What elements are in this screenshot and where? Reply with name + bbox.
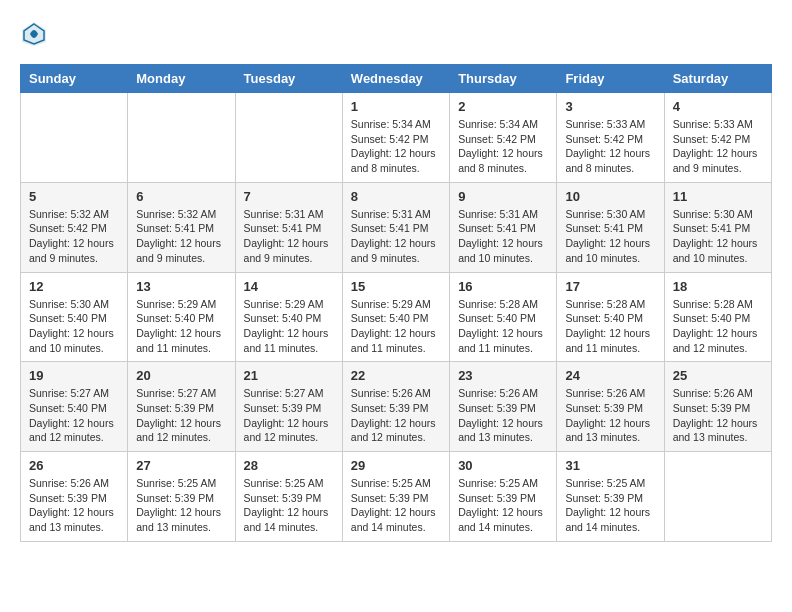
calendar-cell: 3Sunrise: 5:33 AM Sunset: 5:42 PM Daylig… <box>557 93 664 183</box>
calendar-cell: 21Sunrise: 5:27 AM Sunset: 5:39 PM Dayli… <box>235 362 342 452</box>
day-number: 15 <box>351 279 441 294</box>
day-info: Sunrise: 5:26 AM Sunset: 5:39 PM Dayligh… <box>29 476 119 535</box>
calendar-cell: 29Sunrise: 5:25 AM Sunset: 5:39 PM Dayli… <box>342 452 449 542</box>
day-info: Sunrise: 5:25 AM Sunset: 5:39 PM Dayligh… <box>136 476 226 535</box>
weekday-header: Wednesday <box>342 65 449 93</box>
day-number: 1 <box>351 99 441 114</box>
day-number: 8 <box>351 189 441 204</box>
day-info: Sunrise: 5:25 AM Sunset: 5:39 PM Dayligh… <box>244 476 334 535</box>
calendar-cell: 7Sunrise: 5:31 AM Sunset: 5:41 PM Daylig… <box>235 182 342 272</box>
calendar-cell <box>21 93 128 183</box>
calendar-cell <box>235 93 342 183</box>
day-info: Sunrise: 5:26 AM Sunset: 5:39 PM Dayligh… <box>351 386 441 445</box>
day-number: 26 <box>29 458 119 473</box>
calendar-cell: 22Sunrise: 5:26 AM Sunset: 5:39 PM Dayli… <box>342 362 449 452</box>
day-number: 2 <box>458 99 548 114</box>
day-number: 6 <box>136 189 226 204</box>
day-number: 11 <box>673 189 763 204</box>
calendar-cell: 17Sunrise: 5:28 AM Sunset: 5:40 PM Dayli… <box>557 272 664 362</box>
calendar-cell: 11Sunrise: 5:30 AM Sunset: 5:41 PM Dayli… <box>664 182 771 272</box>
day-info: Sunrise: 5:34 AM Sunset: 5:42 PM Dayligh… <box>351 117 441 176</box>
calendar-cell <box>664 452 771 542</box>
day-info: Sunrise: 5:31 AM Sunset: 5:41 PM Dayligh… <box>351 207 441 266</box>
calendar-cell: 6Sunrise: 5:32 AM Sunset: 5:41 PM Daylig… <box>128 182 235 272</box>
day-info: Sunrise: 5:28 AM Sunset: 5:40 PM Dayligh… <box>565 297 655 356</box>
day-number: 27 <box>136 458 226 473</box>
calendar-week-row: 26Sunrise: 5:26 AM Sunset: 5:39 PM Dayli… <box>21 452 772 542</box>
calendar-cell: 25Sunrise: 5:26 AM Sunset: 5:39 PM Dayli… <box>664 362 771 452</box>
calendar-cell: 10Sunrise: 5:30 AM Sunset: 5:41 PM Dayli… <box>557 182 664 272</box>
weekday-header: Monday <box>128 65 235 93</box>
day-info: Sunrise: 5:26 AM Sunset: 5:39 PM Dayligh… <box>673 386 763 445</box>
day-info: Sunrise: 5:28 AM Sunset: 5:40 PM Dayligh… <box>458 297 548 356</box>
day-info: Sunrise: 5:25 AM Sunset: 5:39 PM Dayligh… <box>458 476 548 535</box>
calendar-cell: 24Sunrise: 5:26 AM Sunset: 5:39 PM Dayli… <box>557 362 664 452</box>
day-info: Sunrise: 5:29 AM Sunset: 5:40 PM Dayligh… <box>244 297 334 356</box>
calendar-cell: 9Sunrise: 5:31 AM Sunset: 5:41 PM Daylig… <box>450 182 557 272</box>
calendar-cell: 20Sunrise: 5:27 AM Sunset: 5:39 PM Dayli… <box>128 362 235 452</box>
day-number: 3 <box>565 99 655 114</box>
day-number: 23 <box>458 368 548 383</box>
day-number: 12 <box>29 279 119 294</box>
calendar-cell <box>128 93 235 183</box>
day-number: 10 <box>565 189 655 204</box>
logo <box>20 20 50 48</box>
day-info: Sunrise: 5:32 AM Sunset: 5:42 PM Dayligh… <box>29 207 119 266</box>
page-header <box>20 20 772 48</box>
day-info: Sunrise: 5:33 AM Sunset: 5:42 PM Dayligh… <box>673 117 763 176</box>
calendar-week-row: 19Sunrise: 5:27 AM Sunset: 5:40 PM Dayli… <box>21 362 772 452</box>
day-number: 13 <box>136 279 226 294</box>
day-number: 31 <box>565 458 655 473</box>
day-number: 21 <box>244 368 334 383</box>
calendar-cell: 13Sunrise: 5:29 AM Sunset: 5:40 PM Dayli… <box>128 272 235 362</box>
day-info: Sunrise: 5:30 AM Sunset: 5:41 PM Dayligh… <box>673 207 763 266</box>
day-info: Sunrise: 5:32 AM Sunset: 5:41 PM Dayligh… <box>136 207 226 266</box>
calendar-cell: 8Sunrise: 5:31 AM Sunset: 5:41 PM Daylig… <box>342 182 449 272</box>
day-info: Sunrise: 5:30 AM Sunset: 5:41 PM Dayligh… <box>565 207 655 266</box>
calendar-cell: 23Sunrise: 5:26 AM Sunset: 5:39 PM Dayli… <box>450 362 557 452</box>
calendar-week-row: 1Sunrise: 5:34 AM Sunset: 5:42 PM Daylig… <box>21 93 772 183</box>
day-number: 20 <box>136 368 226 383</box>
calendar-cell: 4Sunrise: 5:33 AM Sunset: 5:42 PM Daylig… <box>664 93 771 183</box>
calendar-cell: 15Sunrise: 5:29 AM Sunset: 5:40 PM Dayli… <box>342 272 449 362</box>
calendar-cell: 16Sunrise: 5:28 AM Sunset: 5:40 PM Dayli… <box>450 272 557 362</box>
day-info: Sunrise: 5:31 AM Sunset: 5:41 PM Dayligh… <box>458 207 548 266</box>
day-info: Sunrise: 5:28 AM Sunset: 5:40 PM Dayligh… <box>673 297 763 356</box>
weekday-header: Sunday <box>21 65 128 93</box>
calendar-cell: 1Sunrise: 5:34 AM Sunset: 5:42 PM Daylig… <box>342 93 449 183</box>
day-number: 7 <box>244 189 334 204</box>
calendar-cell: 5Sunrise: 5:32 AM Sunset: 5:42 PM Daylig… <box>21 182 128 272</box>
day-info: Sunrise: 5:30 AM Sunset: 5:40 PM Dayligh… <box>29 297 119 356</box>
calendar-cell: 30Sunrise: 5:25 AM Sunset: 5:39 PM Dayli… <box>450 452 557 542</box>
weekday-header: Tuesday <box>235 65 342 93</box>
calendar-cell: 2Sunrise: 5:34 AM Sunset: 5:42 PM Daylig… <box>450 93 557 183</box>
day-info: Sunrise: 5:25 AM Sunset: 5:39 PM Dayligh… <box>351 476 441 535</box>
calendar-cell: 31Sunrise: 5:25 AM Sunset: 5:39 PM Dayli… <box>557 452 664 542</box>
calendar-cell: 12Sunrise: 5:30 AM Sunset: 5:40 PM Dayli… <box>21 272 128 362</box>
day-info: Sunrise: 5:27 AM Sunset: 5:39 PM Dayligh… <box>136 386 226 445</box>
calendar-header-row: SundayMondayTuesdayWednesdayThursdayFrid… <box>21 65 772 93</box>
day-number: 5 <box>29 189 119 204</box>
calendar-cell: 14Sunrise: 5:29 AM Sunset: 5:40 PM Dayli… <box>235 272 342 362</box>
day-number: 14 <box>244 279 334 294</box>
weekday-header: Thursday <box>450 65 557 93</box>
day-number: 25 <box>673 368 763 383</box>
day-info: Sunrise: 5:34 AM Sunset: 5:42 PM Dayligh… <box>458 117 548 176</box>
day-info: Sunrise: 5:27 AM Sunset: 5:39 PM Dayligh… <box>244 386 334 445</box>
day-number: 29 <box>351 458 441 473</box>
day-number: 18 <box>673 279 763 294</box>
day-info: Sunrise: 5:31 AM Sunset: 5:41 PM Dayligh… <box>244 207 334 266</box>
calendar-cell: 27Sunrise: 5:25 AM Sunset: 5:39 PM Dayli… <box>128 452 235 542</box>
day-info: Sunrise: 5:25 AM Sunset: 5:39 PM Dayligh… <box>565 476 655 535</box>
weekday-header: Friday <box>557 65 664 93</box>
day-number: 19 <box>29 368 119 383</box>
calendar-cell: 18Sunrise: 5:28 AM Sunset: 5:40 PM Dayli… <box>664 272 771 362</box>
calendar-cell: 19Sunrise: 5:27 AM Sunset: 5:40 PM Dayli… <box>21 362 128 452</box>
day-info: Sunrise: 5:29 AM Sunset: 5:40 PM Dayligh… <box>136 297 226 356</box>
day-number: 9 <box>458 189 548 204</box>
day-info: Sunrise: 5:26 AM Sunset: 5:39 PM Dayligh… <box>458 386 548 445</box>
calendar-cell: 26Sunrise: 5:26 AM Sunset: 5:39 PM Dayli… <box>21 452 128 542</box>
day-number: 4 <box>673 99 763 114</box>
day-number: 24 <box>565 368 655 383</box>
day-number: 22 <box>351 368 441 383</box>
